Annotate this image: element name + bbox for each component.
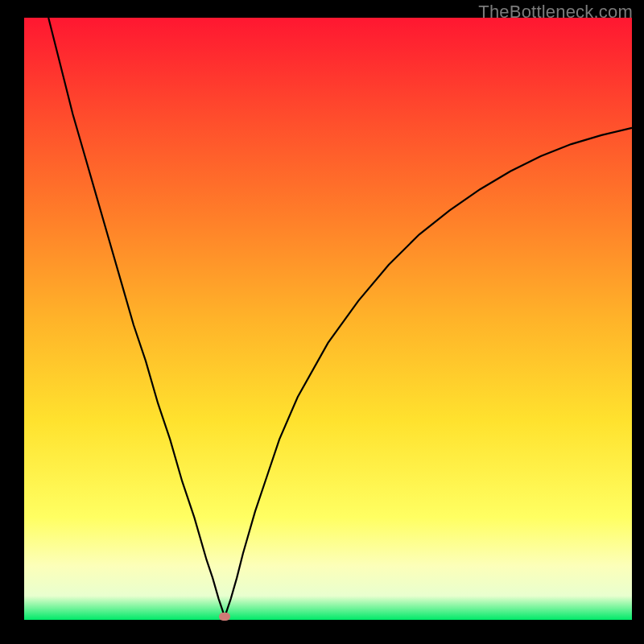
watermark-text: TheBottleneck.com (478, 2, 633, 23)
bottleneck-curve (24, 18, 632, 620)
chart-frame: TheBottleneck.com (0, 0, 644, 644)
optimum-marker (219, 613, 230, 621)
